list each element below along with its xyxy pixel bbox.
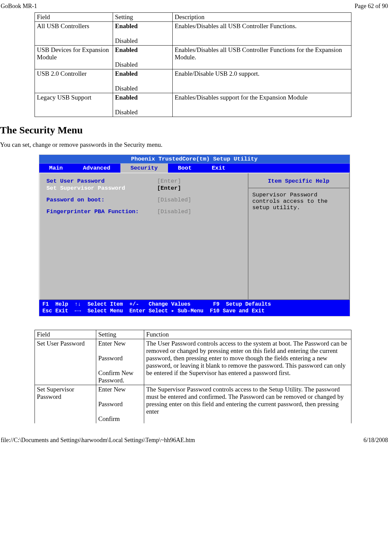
cell-setting: Enabled Disabled — [113, 46, 173, 69]
col-function: Function — [144, 330, 351, 339]
bios-tab-bar: Main Advanced Security Boot Exit — [39, 164, 350, 173]
cell-setting: Enter New Password Confirm New Password. — [96, 339, 144, 385]
bios-help-title: Item Specific Help — [248, 173, 349, 188]
section-heading: The Security Menu — [0, 124, 389, 136]
table-row: Set User Password Enter New Password Con… — [35, 339, 351, 385]
cell-desc: Enables/Disables all USB Controller Func… — [173, 46, 351, 69]
bios-tab-exit[interactable]: Exit — [202, 164, 235, 173]
bios-body: Set User Password [Enter] Set Supervisor… — [39, 173, 350, 300]
bios-left-pane: Set User Password [Enter] Set Supervisor… — [40, 173, 248, 299]
table-row: USB 2.0 Controller Enabled Disabled Enab… — [35, 69, 351, 93]
bios-help-pane: Item Specific Help Supervisor Password c… — [248, 173, 349, 299]
bios-footer-keys: F1 Help ↑↓ Select Item +/- Change Values… — [39, 300, 350, 316]
page-footer: file://C:\Documents and Settings\harwood… — [0, 423, 389, 446]
cell-field: USB 2.0 Controller — [35, 69, 113, 93]
cell-desc: Enables/Disables support for the Expansi… — [173, 93, 351, 117]
table-header-row: Field Setting Description — [35, 13, 351, 22]
bios-screenshot: Phoenix TrustedCore(tm) Setup Utility Ma… — [39, 155, 350, 316]
page-header: GoBook MR-1 Page 62 of 90 — [0, 3, 389, 12]
bios-item-fingerprinter-pba[interactable]: Fingerprinter PBA Function: [Disabled] — [47, 208, 241, 215]
table-row: USB Devices for Expansion Module Enabled… — [35, 46, 351, 69]
page-number: Page 62 of 90 — [355, 3, 388, 10]
bios-item-password-on-boot[interactable]: Password on boot: [Disabled] — [47, 197, 241, 203]
col-field: Field — [35, 13, 113, 22]
col-field: Field — [35, 330, 96, 339]
cell-field: Set Supervisor Password — [35, 385, 96, 424]
bios-item-set-user-password[interactable]: Set User Password [Enter] — [47, 178, 241, 184]
cell-setting: Enabled Disabled — [113, 22, 173, 46]
bios-item-set-supervisor-password[interactable]: Set Supervisor Password [Enter] — [47, 185, 241, 191]
security-table: Field Setting Function Set User Password… — [35, 330, 351, 423]
cell-desc: Enable/Disable USB 2.0 support. — [173, 69, 351, 93]
section-lead: You can set, change or remove passwords … — [0, 141, 389, 148]
cell-desc: Enables/Disables all USB Controller Func… — [173, 22, 351, 46]
col-description: Description — [173, 13, 351, 22]
bios-help-body: Supervisor Password controls access to t… — [248, 188, 349, 214]
bios-title-bar: Phoenix TrustedCore(tm) Setup Utility — [39, 155, 350, 164]
table-header-row: Field Setting Function — [35, 330, 351, 339]
col-setting: Setting — [113, 13, 173, 22]
cell-field: Legacy USB Support — [35, 93, 113, 117]
file-path: file://C:\Documents and Settings\harwood… — [1, 437, 195, 444]
cell-function: The Supervisor Password controls access … — [144, 385, 351, 424]
usb-config-table: Field Setting Description All USB Contro… — [35, 12, 351, 117]
bios-tab-security[interactable]: Security — [120, 164, 168, 173]
table-row: Legacy USB Support Enabled Disabled Enab… — [35, 93, 351, 117]
col-setting: Setting — [96, 330, 144, 339]
cell-field: All USB Controllers — [35, 22, 113, 46]
table-row: Set Supervisor Password Enter New Passwo… — [35, 385, 351, 424]
cell-function: The User Password controls access to the… — [144, 339, 351, 385]
cell-setting: Enter New Password Confirm — [96, 385, 144, 424]
cell-setting: Enabled Disabled — [113, 69, 173, 93]
cell-field: Set User Password — [35, 339, 96, 385]
print-date: 6/18/2008 — [363, 437, 388, 444]
bios-tab-boot[interactable]: Boot — [168, 164, 202, 173]
bios-tab-main[interactable]: Main — [39, 164, 73, 173]
bios-tab-advanced[interactable]: Advanced — [73, 164, 120, 173]
cell-setting: Enabled Disabled — [113, 93, 173, 117]
table-row: All USB Controllers Enabled Disabled Ena… — [35, 22, 351, 46]
cell-field: USB Devices for Expansion Module — [35, 46, 113, 69]
doc-title: GoBook MR-1 — [1, 3, 37, 10]
